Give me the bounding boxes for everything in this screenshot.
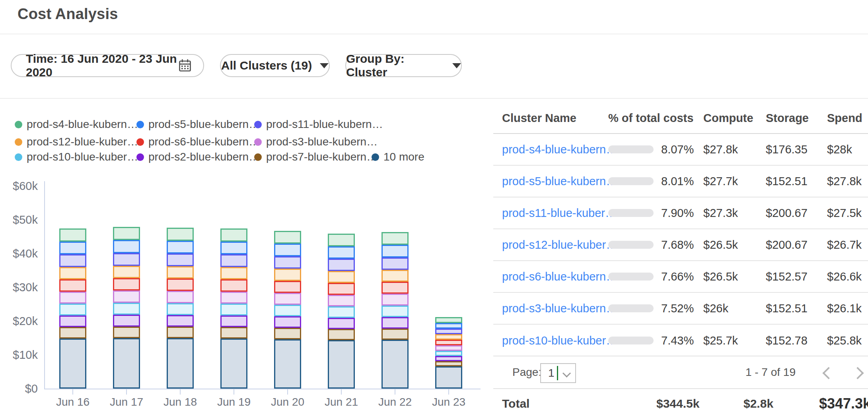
bar-segment[interactable] <box>328 246 355 259</box>
cluster-name-link[interactable]: prod-s12-blue-kuber… <box>502 238 617 252</box>
bar-segment[interactable] <box>381 329 409 340</box>
bar-segment[interactable] <box>220 339 247 389</box>
bar-segment[interactable] <box>59 292 86 304</box>
legend-item[interactable]: 10 more <box>372 150 424 164</box>
cluster-name-link[interactable]: prod-s5-blue-kubern… <box>502 175 617 188</box>
bar-segment[interactable] <box>59 254 86 267</box>
bar-segment[interactable] <box>59 304 86 315</box>
legend-item[interactable]: prod-s10-blue-kuber… <box>15 150 138 164</box>
bar-segment[interactable] <box>167 303 194 315</box>
bar-segment[interactable] <box>381 340 409 389</box>
bar-segment[interactable] <box>59 267 86 279</box>
bar-segment[interactable] <box>220 279 247 292</box>
bar-segment[interactable] <box>113 338 140 389</box>
bar-segment[interactable] <box>274 316 301 328</box>
bar-segment[interactable] <box>328 295 355 306</box>
legend-item[interactable]: prod-s3-blue-kubern… <box>254 135 378 149</box>
bar-segment[interactable] <box>328 318 355 329</box>
bar-segment[interactable] <box>59 327 86 339</box>
cluster-name-link[interactable]: prod-s11-blue-kuber… <box>502 207 617 220</box>
bar-segment[interactable] <box>113 327 140 338</box>
bar-segment[interactable] <box>113 253 140 266</box>
bar-segment[interactable] <box>220 228 247 242</box>
bar-segment[interactable] <box>59 339 86 389</box>
bar-segment[interactable] <box>274 339 301 389</box>
bar-segment[interactable] <box>435 329 462 334</box>
legend-item[interactable]: prod-s12-blue-kuber… <box>15 135 138 149</box>
bar-segment[interactable] <box>59 315 86 327</box>
group-by-dropdown[interactable]: Group By: Cluster <box>345 54 462 77</box>
bar-segment[interactable] <box>220 315 247 327</box>
bar-segment[interactable] <box>381 257 409 270</box>
bar-segment[interactable] <box>167 315 194 327</box>
bar-segment[interactable] <box>274 305 301 316</box>
bar-segment[interactable] <box>328 306 355 318</box>
bar-segment[interactable] <box>435 345 462 351</box>
bar-segment[interactable] <box>113 315 140 327</box>
bar-segment[interactable] <box>274 293 301 305</box>
bar-segment[interactable] <box>274 269 301 281</box>
bar-segment[interactable] <box>274 328 301 339</box>
bar-segment[interactable] <box>274 256 301 269</box>
chevron-left-icon[interactable] <box>822 367 835 379</box>
bar-segment[interactable] <box>435 351 462 356</box>
time-range-filter[interactable]: Time: 16 Jun 2020 - 23 Jun 2020 <box>11 54 204 77</box>
bar-segment[interactable] <box>381 294 409 306</box>
bar-segment[interactable] <box>274 281 301 293</box>
bar-segment[interactable] <box>328 340 355 389</box>
bar-segment[interactable] <box>220 242 247 254</box>
bar-segment[interactable] <box>113 266 140 278</box>
bar-segment[interactable] <box>220 304 247 315</box>
bar-segment[interactable] <box>435 366 462 389</box>
legend-item[interactable]: prod-s4-blue-kubern… <box>15 118 138 131</box>
legend-item[interactable]: prod-s2-blue-kubern… <box>136 150 260 164</box>
bar-segment[interactable] <box>167 266 194 279</box>
clusters-filter-dropdown[interactable]: All Clusters (19) <box>220 54 330 77</box>
bar-segment[interactable] <box>435 317 462 323</box>
bar-segment[interactable] <box>274 231 301 244</box>
bar-segment[interactable] <box>113 278 140 290</box>
bar-segment[interactable] <box>113 227 140 240</box>
cluster-name-link[interactable]: prod-s6-blue-kubern… <box>502 270 617 283</box>
bar-segment[interactable] <box>435 323 462 329</box>
bar-segment[interactable] <box>435 356 462 361</box>
legend-item[interactable]: prod-s11-blue-kubern… <box>254 118 383 131</box>
bar-segment[interactable] <box>167 228 194 241</box>
bar-segment[interactable] <box>435 340 462 345</box>
bar-segment[interactable] <box>220 267 247 279</box>
bar-segment[interactable] <box>167 241 194 254</box>
bar-segment[interactable] <box>381 232 409 245</box>
bar-segment[interactable] <box>328 234 355 246</box>
bar-segment[interactable] <box>328 271 355 283</box>
legend-item[interactable]: prod-s5-blue-kubern… <box>136 118 260 131</box>
page-number-select[interactable]: 1 <box>540 363 576 383</box>
bar-segment[interactable] <box>59 242 86 254</box>
bar-segment[interactable] <box>167 327 194 338</box>
bar-segment[interactable] <box>328 283 355 295</box>
bar-segment[interactable] <box>381 317 409 329</box>
bar-segment[interactable] <box>328 329 355 340</box>
bar-segment[interactable] <box>220 254 247 267</box>
bar-segment[interactable] <box>274 244 301 256</box>
bar-segment[interactable] <box>59 279 86 292</box>
cluster-name-link[interactable]: prod-s10-blue-kuber… <box>502 334 617 347</box>
bar-segment[interactable] <box>381 270 409 282</box>
bar-segment[interactable] <box>113 303 140 315</box>
bar-segment[interactable] <box>381 282 409 294</box>
cluster-name-link[interactable]: prod-s3-blue-kubern… <box>502 302 617 315</box>
legend-item[interactable]: prod-s6-blue-kubern… <box>136 135 260 149</box>
bar-segment[interactable] <box>59 228 86 242</box>
bar-segment[interactable] <box>113 290 140 303</box>
bar-segment[interactable] <box>381 306 409 317</box>
bar-segment[interactable] <box>113 240 140 253</box>
cluster-name-link[interactable]: prod-s4-blue-kubern… <box>502 143 617 156</box>
bar-segment[interactable] <box>435 361 462 366</box>
bar-segment[interactable] <box>167 279 194 291</box>
bar-segment[interactable] <box>167 338 194 389</box>
bar-segment[interactable] <box>381 245 409 257</box>
legend-item[interactable]: prod-s7-blue-kubern… <box>254 150 378 164</box>
bar-segment[interactable] <box>435 334 462 340</box>
bar-segment[interactable] <box>220 327 247 339</box>
bar-segment[interactable] <box>167 254 194 266</box>
chevron-right-icon[interactable] <box>851 367 864 379</box>
